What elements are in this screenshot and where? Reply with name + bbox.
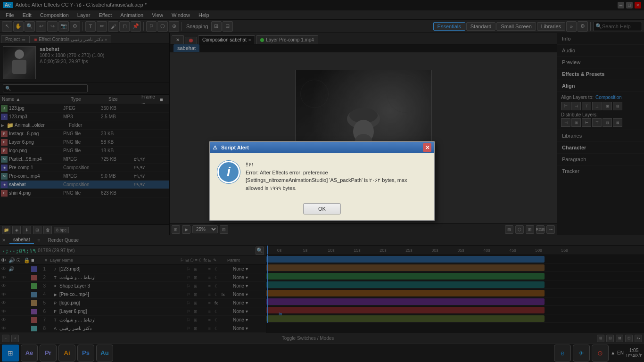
modal-overlay: ⚠ Script Alert ✕ i !!۶۱ Error: After Eff…: [0, 0, 644, 362]
dialog-close-button[interactable]: ✕: [423, 143, 431, 152]
dialog-title-text: Script Alert: [221, 145, 249, 150]
script-alert-dialog: ⚠ Script Alert ✕ i !!۶۱ Error: After Eff…: [209, 141, 435, 221]
error-line-1: !!۶۱: [246, 161, 407, 169]
dialog-content: i !!۶۱ Error: After Effects error: prefe…: [210, 153, 434, 199]
dialog-title-bar: ⚠ Script Alert ✕: [210, 142, 434, 153]
info-letter: i: [227, 165, 231, 180]
dialog-info-icon: i: [217, 161, 240, 183]
error-line-4: allowed is ۱۹۹۹ bytes.: [246, 184, 407, 192]
dialog-message: !!۶۱ Error: After Effects error: prefere…: [246, 161, 407, 192]
dialog-title-icon: ⚠: [213, 145, 217, 151]
dialog-footer: OK: [210, 199, 434, 220]
ok-button[interactable]: OK: [303, 203, 341, 214]
error-line-3: [Settings_nitrozmeAnimationStudio] 'AS_p…: [246, 176, 407, 184]
error-line-2: Error: After Effects error: preference: [246, 169, 407, 177]
